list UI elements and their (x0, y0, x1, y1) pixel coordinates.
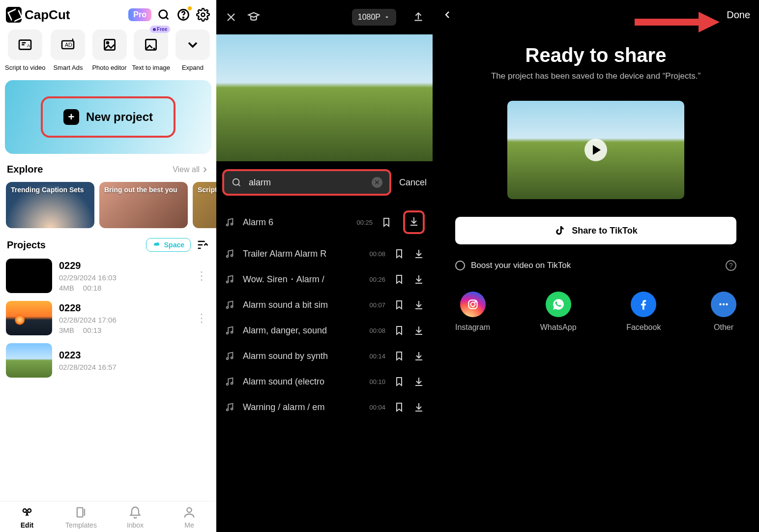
clear-icon[interactable]: ✕ (372, 177, 382, 188)
svg-point-16 (227, 224, 229, 226)
capcut-home-panel: CapCut Pro AI Script to video AD Smart A… (0, 0, 216, 532)
space-button[interactable]: Space (146, 238, 191, 252)
search-icon[interactable] (156, 7, 171, 22)
kebab-icon[interactable]: ⋮ (193, 311, 210, 325)
share-other[interactable]: Other (711, 292, 736, 332)
music-icon (224, 274, 235, 285)
tab-templates[interactable]: Templates (54, 505, 108, 529)
boost-toggle[interactable]: Boost your video on TikTok ? (433, 252, 759, 279)
music-icon (224, 325, 235, 336)
tool-script-to-video[interactable]: AI Script to video (5, 30, 45, 71)
track-row[interactable]: Warning / alarm / em00:04 (216, 394, 433, 420)
back-icon[interactable] (441, 9, 453, 21)
svg-point-14 (187, 508, 191, 512)
kebab-icon[interactable]: ⋮ (193, 269, 210, 283)
project-row[interactable]: 0229 02/29/2024 16:03 4MB00:18 ⋮ (6, 255, 210, 297)
search-icon (231, 177, 242, 188)
track-row[interactable]: Alarm sound (electro00:10 (216, 369, 433, 394)
download-icon[interactable] (413, 401, 425, 413)
project-thumb (6, 343, 52, 378)
explore-row[interactable]: Trending Caption Sets Bring out the best… (0, 178, 216, 232)
share-whatsapp[interactable]: WhatsApp (540, 292, 577, 332)
share-facebook[interactable]: Facebook (626, 292, 661, 332)
cancel-button[interactable]: Cancel (399, 177, 427, 188)
svg-point-3 (202, 13, 205, 17)
tab-inbox[interactable]: Inbox (108, 505, 162, 529)
track-duration: 00:08 (366, 250, 385, 258)
tool-photo-editor[interactable]: Photo editor (90, 30, 128, 71)
track-name: Trailer Alarm Alarm R (243, 249, 358, 259)
gear-icon[interactable] (196, 7, 210, 22)
sort-icon[interactable] (196, 238, 209, 252)
download-icon[interactable] (413, 350, 425, 362)
track-row[interactable]: Wow. Siren・Alarm /00:26 (216, 266, 433, 292)
projects-list: 0229 02/29/2024 16:03 4MB00:18 ⋮ 0228 02… (0, 255, 216, 382)
svg-point-19 (231, 255, 233, 257)
bookmark-icon[interactable] (393, 325, 405, 336)
download-icon[interactable] (413, 273, 425, 285)
svg-point-31 (231, 408, 233, 410)
track-row[interactable]: Trailer Alarm Alarm R00:08 (216, 241, 433, 266)
track-duration: 00:10 (366, 378, 385, 385)
tab-me[interactable]: Me (162, 505, 216, 529)
help-icon[interactable]: ? (726, 260, 736, 271)
resolution-button[interactable]: 1080P (352, 9, 396, 26)
explore-card[interactable]: Script (193, 182, 216, 228)
explore-card[interactable]: Trending Caption Sets (6, 182, 94, 228)
tool-expand[interactable]: Expand (174, 30, 211, 71)
capcut-logo: CapCut (6, 7, 70, 23)
radio-icon[interactable] (455, 261, 465, 270)
svg-point-23 (231, 306, 233, 308)
tutorial-icon[interactable] (247, 10, 261, 24)
download-icon[interactable] (413, 325, 425, 336)
share-instagram[interactable]: Instagram (455, 292, 490, 332)
app-name: CapCut (25, 7, 70, 23)
download-icon[interactable] (413, 299, 425, 311)
download-icon[interactable] (408, 215, 420, 227)
bookmark-icon[interactable] (393, 376, 405, 387)
new-project-card[interactable]: + New project (5, 80, 211, 154)
tool-text-to-image[interactable]: Free Text to image (132, 30, 170, 71)
svg-point-37 (726, 303, 728, 305)
svg-point-21 (231, 280, 233, 282)
track-row[interactable]: Alarm sound by synth00:14 (216, 343, 433, 369)
track-name: Warning / alarm / em (243, 402, 358, 413)
explore-title: Explore (7, 164, 43, 175)
editor-header: 1080P (216, 0, 433, 34)
track-duration: 00:08 (366, 327, 385, 334)
share-tiktok-button[interactable]: Share to TikTok (455, 217, 736, 244)
help-icon[interactable] (176, 7, 191, 22)
track-row[interactable]: Alarm 600:25 (216, 204, 433, 241)
svg-point-18 (227, 256, 229, 258)
explore-card[interactable]: Bring out the best you (99, 182, 188, 228)
bookmark-icon[interactable] (380, 216, 392, 228)
svg-point-35 (719, 303, 721, 305)
view-all-link[interactable]: View all (173, 165, 209, 174)
search-input[interactable]: alarm (249, 177, 365, 188)
share-preview[interactable] (507, 101, 684, 199)
bookmark-icon[interactable] (393, 350, 405, 362)
bookmark-icon[interactable] (393, 401, 405, 413)
export-icon[interactable] (412, 11, 425, 24)
project-row[interactable]: 0228 02/28/2024 17:06 3MB00:13 ⋮ (6, 297, 210, 339)
play-icon[interactable] (584, 139, 607, 161)
download-icon[interactable] (413, 248, 425, 260)
video-preview[interactable] (216, 34, 433, 161)
pro-badge[interactable]: Pro (128, 8, 151, 21)
download-icon[interactable] (413, 376, 425, 387)
done-button[interactable]: Done (727, 9, 750, 21)
close-icon[interactable] (224, 10, 238, 24)
bookmark-icon[interactable] (393, 248, 405, 260)
download-highlight (403, 210, 425, 234)
music-icon (224, 299, 235, 310)
plus-icon: + (63, 109, 79, 125)
bookmark-icon[interactable] (393, 299, 405, 311)
tab-edit[interactable]: Edit (0, 505, 54, 529)
track-row[interactable]: Alarm sound a bit sim00:07 (216, 292, 433, 318)
svg-point-22 (227, 307, 229, 309)
bookmark-icon[interactable] (393, 273, 405, 285)
tool-smart-ads[interactable]: AD Smart Ads (49, 30, 87, 71)
project-row[interactable]: 0223 02/28/2024 16:57 (6, 339, 210, 382)
track-row[interactable]: Alarm, danger, sound00:08 (216, 318, 433, 343)
projects-title: Projects (7, 239, 46, 251)
